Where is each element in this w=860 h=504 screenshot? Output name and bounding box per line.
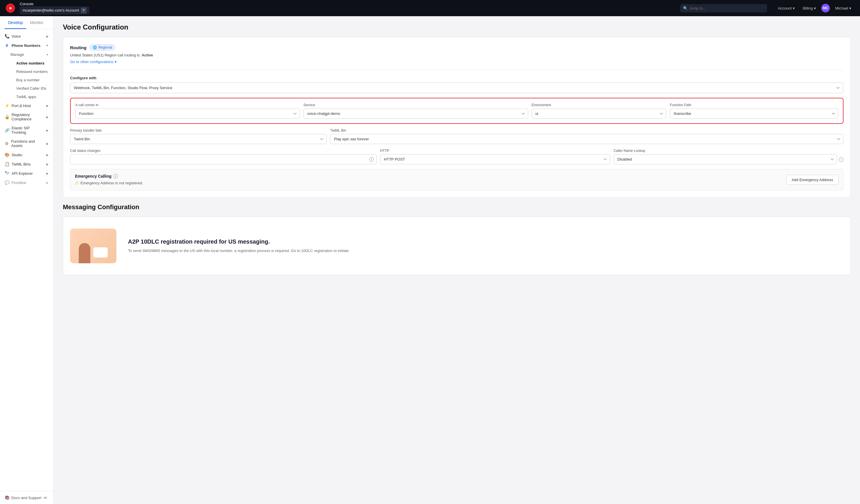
sidebar-nav: 📞 Voice ▶ # Phone Numbers ▼ Manage ▼ Act…	[0, 29, 53, 491]
sip-icon: 🔗	[5, 128, 9, 133]
caller-name-info-icon[interactable]: i	[839, 157, 844, 162]
topnav-right: Account ▾ Billing ▾ MC Michael ▾	[775, 4, 854, 12]
divider-1	[70, 70, 844, 70]
configure-with-select[interactable]: Webhook, TwiML Bin, Function, Studio Flo…	[70, 83, 844, 93]
user-avatar[interactable]: MC	[821, 4, 830, 12]
docs-label: Docs and Support	[11, 495, 41, 500]
routing-header: Routing 🌐 Regional	[70, 44, 844, 50]
twiml-bin-label: TwiML Bin	[330, 129, 844, 133]
app-layout: Develop Monitor 📞 Voice ▶ # Phone Number…	[0, 16, 860, 504]
sidebar-item-verified-caller-ids[interactable]: Verified Caller IDs	[12, 84, 53, 93]
twiml-bin-group: TwiML Bin Play epic sax forever	[330, 129, 844, 144]
function-path-select[interactable]: /transcribe	[670, 108, 838, 119]
account-pill-arrow: ▼	[81, 8, 87, 13]
sidebar-label-frontline: Frontline	[12, 180, 26, 185]
port-icon: ⚡	[5, 103, 9, 108]
routing-status: United States (US1) Region call routing …	[70, 53, 844, 57]
call-status-info-icon[interactable]: i	[369, 157, 374, 162]
sidebar-item-manage[interactable]: Manage ▼	[8, 50, 53, 59]
speech-bubble	[93, 247, 108, 257]
sidebar-label-twiml-bins: TwiML Bins	[12, 162, 31, 166]
docs-support-link[interactable]: 📚 Docs and Support	[5, 495, 41, 500]
account-pill[interactable]: mcarpenter@twilio.com's Account ▼	[20, 6, 89, 14]
caller-name-lookup-select[interactable]: Disabled	[614, 154, 837, 164]
sidebar-item-buy-number[interactable]: Buy a number	[12, 76, 53, 84]
sidebar-item-twiml-apps[interactable]: TwiML apps	[12, 93, 53, 101]
environment-label: Environment	[532, 103, 666, 107]
sidebar-label-manage: Manage	[11, 53, 24, 57]
studio-icon: 🎨	[5, 152, 9, 157]
sidebar-item-frontline[interactable]: 💬 Frontline ▶	[0, 178, 53, 187]
search-input[interactable]	[680, 4, 767, 12]
service-group: Service voice-chatgpt-demo	[303, 103, 528, 119]
service-select[interactable]: voice-chatgpt-demo	[303, 108, 528, 119]
sidebar-item-phone-numbers[interactable]: # Phone Numbers ▼	[0, 41, 53, 50]
twilio-logo: ●	[6, 3, 15, 13]
call-comes-in-label: A call comes in	[75, 103, 300, 107]
routing-badge: 🌐 Regional	[89, 44, 115, 50]
emergency-left: Emergency Calling i ⚠ Emergency Address …	[75, 174, 143, 186]
service-label: Service	[303, 103, 528, 107]
call-comes-in-box: A call comes in Function Service voice-c…	[70, 98, 844, 124]
go-to-configs-link[interactable]: Go to other configurations ▾	[70, 60, 844, 64]
call-status-input-wrapper: i	[70, 154, 377, 164]
sidebar-item-functions-assets[interactable]: ⚙ Functions and Assets ▶	[0, 137, 53, 150]
docs-icon: 📚	[5, 495, 10, 500]
call-status-group: Call status changes i	[70, 149, 377, 164]
call-comes-in-select[interactable]: Function	[75, 108, 300, 119]
globe-icon: 🌐	[93, 45, 97, 49]
function-path-label: Function Path	[670, 103, 838, 107]
sidebar-label-elastic-sip: Elastic SIP Trunking	[12, 126, 44, 135]
account-button[interactable]: Account ▾	[775, 4, 798, 12]
sidebar-item-active-numbers[interactable]: Active numbers	[12, 59, 53, 68]
chevron-down-icon: ▾	[115, 60, 117, 64]
tab-develop[interactable]: Develop	[5, 16, 26, 29]
messaging-content: A2P 10DLC registration required for US m…	[70, 224, 844, 268]
primary-handler-fails-group: Primary handler fails Twiml Bin	[70, 129, 327, 144]
emergency-warning: ⚠ Emergency Address is not registered.	[75, 180, 143, 186]
tab-monitor[interactable]: Monitor	[26, 16, 47, 29]
expand-arrow-studio: ▶	[46, 153, 49, 157]
call-status-input[interactable]	[70, 154, 377, 164]
billing-button[interactable]: Billing ▾	[800, 4, 819, 12]
person-figure	[79, 243, 90, 263]
page-title: Voice Configuration	[63, 23, 851, 31]
warning-triangle-icon: ⚠	[75, 180, 79, 186]
sidebar-label-phone-numbers: Phone Numbers	[12, 43, 41, 48]
environment-select[interactable]: ui	[532, 108, 666, 119]
console-label: Console	[20, 2, 89, 6]
expand-arrow-phone: ▼	[46, 44, 49, 47]
sidebar-item-api-explorer[interactable]: 🔭 API Explorer ▶	[0, 169, 53, 178]
user-menu-button[interactable]: Michael ▾	[832, 4, 854, 12]
sidebar-item-twiml-bins[interactable]: 📋 TwiML Bins ▶	[0, 159, 53, 169]
sidebar-label-voice: Voice	[12, 34, 21, 39]
regulatory-icon: 🔒	[5, 115, 9, 119]
emergency-calling-section: Emergency Calling i ⚠ Emergency Address …	[70, 169, 844, 190]
expand-arrow-functions: ▶	[46, 142, 49, 145]
sidebar-item-voice[interactable]: 📞 Voice ▶	[0, 31, 53, 41]
sidebar-item-elastic-sip[interactable]: 🔗 Elastic SIP Trunking ▶	[0, 123, 53, 137]
caller-name-lookup-group: Caller Name Lookup Disabled i	[614, 149, 844, 164]
collapse-sidebar-button[interactable]: ≪	[42, 494, 49, 501]
http-select[interactable]: HTTP POST	[380, 154, 610, 164]
sidebar-item-regulatory[interactable]: 🔒 Regulatory Compliance ▶	[0, 110, 53, 123]
sidebar-item-released-numbers[interactable]: Released numbers	[12, 68, 53, 76]
search-icon: 🔍	[683, 6, 688, 11]
sidebar-item-studio[interactable]: 🎨 Studio ▶	[0, 150, 53, 159]
sidebar-item-port-host[interactable]: ⚡ Port & Host ▶	[0, 101, 53, 110]
add-emergency-address-button[interactable]: Add Emergency Address	[786, 175, 838, 185]
sidebar-label-api-explorer: API Explorer	[12, 171, 33, 176]
http-label: HTTP	[380, 149, 610, 153]
user-dropdown-icon: ▾	[849, 6, 851, 11]
api-icon: 🔭	[5, 171, 9, 176]
voice-config-card: Routing 🌐 Regional United States (US1) R…	[63, 37, 851, 197]
main-content: Voice Configuration Routing 🌐 Regional U…	[54, 16, 860, 504]
expand-arrow-voice: ▶	[46, 35, 49, 38]
twiml-bin-select[interactable]: Play epic sax forever	[330, 134, 844, 144]
emergency-info-icon[interactable]: i	[113, 174, 118, 178]
call-comes-in-group: A call comes in Function	[75, 103, 300, 119]
expand-arrow-api: ▶	[46, 172, 49, 175]
call-status-grid: Call status changes i HTTP HTTP POST Cal…	[70, 149, 844, 164]
primary-handler-select[interactable]: Twiml Bin	[70, 134, 327, 144]
top-navigation: ● Console mcarpenter@twilio.com's Accoun…	[0, 0, 860, 16]
